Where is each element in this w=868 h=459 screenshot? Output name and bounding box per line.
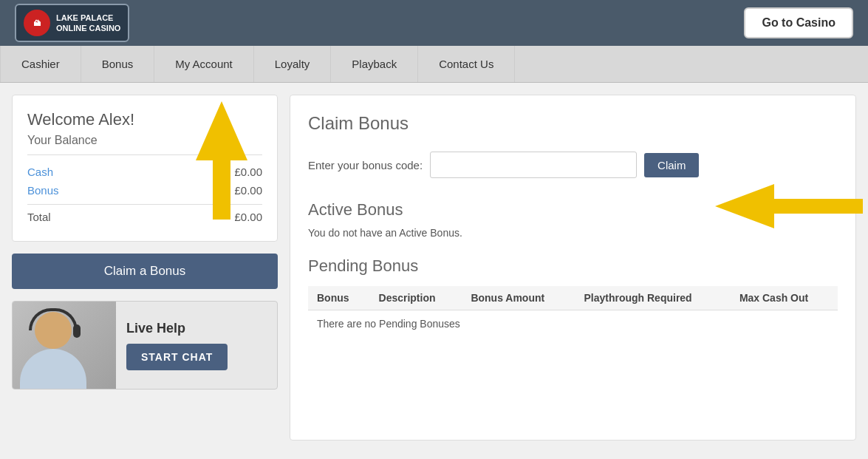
no-pending-text: There are no Pending Bonuses bbox=[308, 310, 838, 338]
left-panel: Welcome Alex! Your Balance Cash £0.00 Bo… bbox=[12, 95, 278, 441]
no-active-bonus-text: You do not have an Active Bonus. bbox=[308, 227, 838, 239]
nav-item-cashier[interactable]: Cashier bbox=[0, 46, 81, 82]
bonus-code-label: Enter your bonus code: bbox=[308, 159, 423, 171]
col-playthrough: Playthrough Required bbox=[575, 286, 730, 310]
col-max-cash-out: Max Cash Out bbox=[731, 286, 838, 310]
header: 🏔 LAKE PALACE ONLINE CASINO Go to Casino bbox=[0, 0, 868, 46]
col-bonus-amount: Bonus Amount bbox=[462, 286, 575, 310]
person-silhouette bbox=[20, 312, 86, 390]
claim-button[interactable]: Claim bbox=[644, 153, 699, 177]
col-bonus: Bonus bbox=[308, 286, 370, 310]
welcome-title: Welcome Alex! bbox=[27, 110, 262, 129]
start-chat-button[interactable]: START CHAT bbox=[126, 344, 228, 370]
cash-value: £0.00 bbox=[234, 166, 262, 178]
bonus-value: £0.00 bbox=[234, 184, 262, 197]
logo-text: LAKE PALACE ONLINE CASINO bbox=[56, 13, 120, 34]
nav-item-my-account[interactable]: My Account bbox=[154, 46, 254, 82]
logo-box: 🏔 LAKE PALACE ONLINE CASINO bbox=[15, 4, 129, 42]
welcome-section: Welcome Alex! Your Balance Cash £0.00 Bo… bbox=[12, 95, 278, 242]
claim-bonus-title: Claim Bonus bbox=[308, 113, 838, 140]
right-panel: Claim Bonus Enter your bonus code: Claim… bbox=[290, 95, 856, 441]
live-help-image bbox=[13, 301, 116, 390]
nav-item-contact-us[interactable]: Contact Us bbox=[418, 46, 515, 82]
live-help-section: Live Help START CHAT bbox=[12, 301, 278, 390]
logo-area: 🏔 LAKE PALACE ONLINE CASINO bbox=[15, 4, 129, 42]
cash-label: Cash bbox=[27, 166, 53, 178]
nav-item-loyalty[interactable]: Loyalty bbox=[254, 46, 332, 82]
headset-icon bbox=[29, 308, 78, 330]
col-description: Description bbox=[370, 286, 462, 310]
pending-bonus-title: Pending Bonus bbox=[308, 256, 838, 276]
total-value: £0.00 bbox=[234, 211, 262, 223]
your-balance-label: Your Balance bbox=[27, 134, 262, 155]
live-help-title: Live Help bbox=[126, 321, 267, 336]
bonus-code-row: Enter your bonus code: Claim bbox=[308, 152, 838, 178]
total-label: Total bbox=[27, 211, 51, 223]
go-to-casino-button[interactable]: Go to Casino bbox=[744, 7, 853, 38]
active-bonus-title: Active Bonus bbox=[308, 200, 838, 220]
balance-cash-row: Cash £0.00 bbox=[27, 163, 262, 181]
live-help-content: Live Help START CHAT bbox=[116, 313, 277, 378]
bonus-code-input[interactable] bbox=[430, 152, 637, 178]
pending-bonus-table: Bonus Description Bonus Amount Playthrou… bbox=[308, 286, 838, 337]
nav-bar: Cashier Bonus My Account Loyalty Playbac… bbox=[0, 46, 868, 83]
claim-a-bonus-button[interactable]: Claim a Bonus bbox=[12, 254, 278, 289]
nav-item-playback[interactable]: Playback bbox=[331, 46, 418, 82]
person-body bbox=[20, 349, 86, 390]
no-pending-row: There are no Pending Bonuses bbox=[308, 310, 838, 338]
person-head bbox=[35, 312, 72, 349]
balance-total-row: Total £0.00 bbox=[27, 204, 262, 226]
logo-icon: 🏔 bbox=[24, 10, 50, 36]
bonus-label: Bonus bbox=[27, 184, 59, 197]
balance-bonus-row: Bonus £0.00 bbox=[27, 181, 262, 200]
nav-item-bonus[interactable]: Bonus bbox=[81, 46, 155, 82]
main-content: Welcome Alex! Your Balance Cash £0.00 Bo… bbox=[0, 83, 868, 452]
